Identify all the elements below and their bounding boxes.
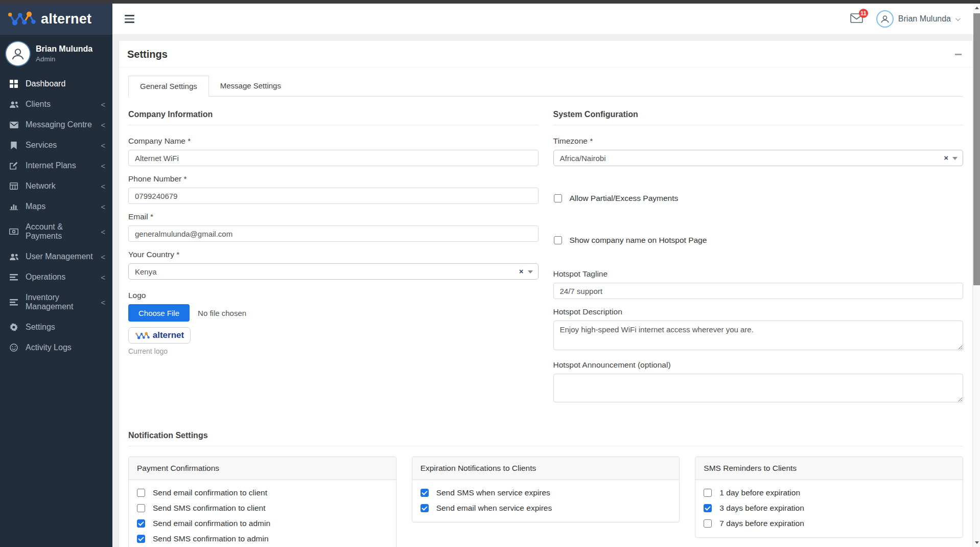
- caret-down-icon: [952, 157, 958, 160]
- sidebar-item-account-payments[interactable]: Account & Payments <: [0, 217, 112, 246]
- checkbox-icon[interactable]: [704, 489, 712, 497]
- chevron-left-icon: <: [101, 121, 105, 129]
- user-menu[interactable]: Brian Mulunda: [876, 10, 959, 28]
- checkbox-icon[interactable]: [137, 504, 145, 512]
- current-logo-brand-text: alternet: [153, 330, 184, 340]
- system-configuration-section: System Configuration Timezone * Africa/N…: [553, 110, 964, 413]
- timezone-select[interactable]: Africa/Nairobi ×: [553, 150, 964, 166]
- section-heading: System Configuration: [553, 110, 964, 119]
- sidebar-item-services[interactable]: Services <: [0, 135, 112, 155]
- expiration-notifications-panel: Expiration Notifications to Clients Send…: [412, 457, 680, 522]
- chevron-left-icon: <: [101, 273, 105, 282]
- unread-count-badge: 11: [859, 9, 868, 18]
- checkbox-icon[interactable]: [554, 194, 562, 202]
- page-title: Settings: [127, 49, 168, 60]
- company-information-section: Company Information Company Name * Phone…: [128, 110, 539, 413]
- send-sms-confirmation-client-checkbox[interactable]: Send SMS confirmation to client: [137, 504, 388, 513]
- sidebar-item-internet-plans[interactable]: Internet Plans <: [0, 155, 112, 176]
- panel-title: SMS Reminders to Clients: [695, 457, 963, 480]
- sidebar-item-maps[interactable]: Maps <: [0, 196, 112, 217]
- user-avatar-icon: [876, 10, 894, 28]
- tab-general-settings[interactable]: General Settings: [128, 76, 209, 97]
- allow-partial-payments-checkbox[interactable]: Allow Partial/Excess Payments: [554, 194, 964, 203]
- section-heading: Notification Settings: [128, 431, 963, 440]
- send-sms-confirmation-admin-checkbox[interactable]: Send SMS confirmation to admin: [137, 534, 388, 543]
- checkbox-icon[interactable]: [554, 236, 562, 244]
- sidebar-item-dashboard[interactable]: Dashboard: [0, 74, 112, 94]
- bar-chart-icon: [9, 203, 19, 210]
- send-email-confirmation-admin-checkbox[interactable]: Send email confirmation to admin: [137, 519, 388, 528]
- dashboard-icon: [9, 80, 19, 88]
- brand-logo[interactable]: alternet: [0, 4, 112, 35]
- sidebar-item-network[interactable]: Network <: [0, 176, 112, 196]
- checkbox-icon[interactable]: [137, 535, 145, 543]
- alternet-logo-icon: [7, 10, 37, 29]
- email-field[interactable]: [128, 225, 539, 242]
- sidebar-item-operations[interactable]: Operations <: [0, 267, 112, 287]
- reminder-1-day-checkbox[interactable]: 1 day before expiration: [704, 488, 954, 497]
- general-settings-form: Company Information Company Name * Phone…: [128, 97, 963, 413]
- choose-file-button[interactable]: Choose File: [128, 304, 190, 322]
- sidebar-toggle-icon[interactable]: [125, 15, 134, 23]
- panel-title: Payment Confirmations: [129, 457, 396, 480]
- scroll-up-icon[interactable]: [973, 4, 980, 12]
- card-body: General Settings Message Settings Compan…: [119, 67, 972, 547]
- hotspot-description-label: Hotspot Description: [553, 307, 964, 316]
- send-email-service-expires-checkbox[interactable]: Send email when service expires: [421, 504, 671, 513]
- checkbox-icon[interactable]: [421, 504, 429, 512]
- hotspot-description-field[interactable]: Enjoy high-speed WiFi internet access wh…: [553, 321, 964, 350]
- checkbox-icon[interactable]: [137, 489, 145, 497]
- sidebar-item-activity-logs[interactable]: Activity Logs: [0, 337, 112, 358]
- chevron-left-icon: <: [101, 141, 105, 150]
- page-scrollbar[interactable]: [973, 4, 980, 547]
- clear-selection-icon[interactable]: ×: [519, 267, 524, 276]
- reminder-3-days-checkbox[interactable]: 3 days before expiration: [704, 504, 954, 513]
- messages-button[interactable]: 11: [850, 13, 863, 25]
- hotspot-announcement-field[interactable]: [553, 374, 964, 402]
- gear-icon: [9, 323, 19, 331]
- company-name-field[interactable]: [128, 150, 539, 166]
- country-label: Your Country *: [128, 250, 539, 259]
- app-shell: alternet Brian Mulunda Admin Dashboard: [0, 0, 980, 547]
- divider: [128, 125, 539, 125]
- reminder-7-days-checkbox[interactable]: 7 days before expiration: [704, 519, 954, 528]
- sidebar-item-clients[interactable]: Clients <: [0, 94, 112, 115]
- sidebar-item-settings[interactable]: Settings: [0, 317, 112, 337]
- scroll-down-icon[interactable]: [973, 538, 980, 547]
- table-icon: [9, 183, 19, 190]
- send-sms-service-expires-checkbox[interactable]: Send SMS when service expires: [421, 488, 671, 497]
- checkbox-icon[interactable]: [704, 519, 712, 528]
- sms-reminders-panel: SMS Reminders to Clients 1 day before ex…: [695, 457, 963, 538]
- tab-message-settings[interactable]: Message Settings: [209, 76, 292, 96]
- sidebar-user-role: Admin: [36, 55, 92, 63]
- scrollbar-thumb[interactable]: [973, 13, 980, 285]
- sidebar-item-messaging-centre[interactable]: Messaging Centre <: [0, 115, 112, 135]
- chevron-left-icon: <: [101, 298, 105, 307]
- users-icon: [9, 253, 19, 261]
- collapse-icon[interactable]: [953, 50, 963, 60]
- country-select[interactable]: Kenya ×: [128, 263, 539, 280]
- edit-icon: [9, 162, 19, 170]
- checkbox-icon[interactable]: [704, 504, 712, 512]
- country-select-value: Kenya: [135, 267, 157, 276]
- money-icon: [9, 229, 19, 235]
- show-company-name-checkbox[interactable]: Show company name on Hotspot Page: [554, 236, 964, 245]
- window-top-edge: [0, 0, 980, 4]
- sidebar-item-user-management[interactable]: User Management <: [0, 246, 112, 267]
- checkbox-icon[interactable]: [421, 489, 429, 497]
- logo-label: Logo: [128, 291, 539, 300]
- sidebar-user-name: Brian Mulunda: [36, 44, 92, 54]
- chevron-left-icon: <: [101, 253, 105, 261]
- sidebar-item-inventory-management[interactable]: Inventory Management <: [0, 287, 112, 317]
- current-logo-caption: Current logo: [128, 347, 539, 355]
- bookmark-icon: [9, 142, 19, 149]
- envelope-icon: [9, 122, 19, 128]
- timezone-label: Timezone *: [553, 136, 964, 146]
- send-email-confirmation-client-checkbox[interactable]: Send email confirmation to client: [137, 488, 388, 497]
- chevron-left-icon: <: [101, 162, 105, 170]
- phone-number-field[interactable]: [128, 188, 539, 204]
- checkbox-icon[interactable]: [137, 519, 145, 528]
- hotspot-tagline-field[interactable]: [553, 283, 964, 299]
- clear-selection-icon[interactable]: ×: [944, 153, 948, 162]
- section-heading: Company Information: [128, 110, 539, 119]
